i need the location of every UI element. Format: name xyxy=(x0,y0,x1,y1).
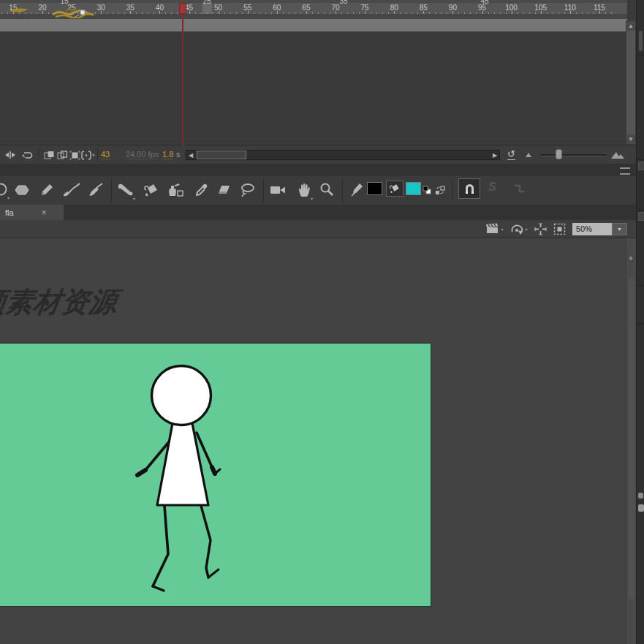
close-icon[interactable]: × xyxy=(42,208,47,217)
camera-tool[interactable] xyxy=(268,179,289,201)
dock-panel-stub[interactable] xyxy=(638,162,644,170)
stage-viewport[interactable]: 频素材资源 ▲ xyxy=(0,238,636,644)
zoom-tool[interactable] xyxy=(317,179,337,201)
paint-brush-tool[interactable] xyxy=(61,179,82,201)
scrollbar-thumb[interactable] xyxy=(197,151,246,159)
ruler-frame-label: 40 xyxy=(156,4,164,12)
center-frame-icon xyxy=(4,150,16,160)
fill-color-swatch[interactable] xyxy=(406,182,421,195)
clapperboard-icon xyxy=(485,223,500,235)
pencil-tool[interactable] xyxy=(37,179,57,201)
polystar-tool[interactable] xyxy=(12,179,32,201)
ruler-frame-label: 65 xyxy=(302,4,310,12)
timeline-vertical-scrollbar[interactable]: ▲ ▼ xyxy=(626,20,636,145)
snap-to-objects-toggle[interactable] xyxy=(458,178,480,199)
modify-markers-button[interactable] xyxy=(80,148,96,162)
magnifier-icon xyxy=(319,182,335,198)
onion-skin-outlines-button[interactable] xyxy=(56,148,69,162)
swap-colors-button[interactable] xyxy=(433,179,447,201)
brush-tool[interactable] xyxy=(86,179,106,201)
statusbar-separator xyxy=(97,148,98,161)
eraser-tool[interactable] xyxy=(214,179,235,201)
paint-bucket-tool[interactable] xyxy=(141,179,162,201)
dock-panel-stub[interactable] xyxy=(638,212,644,221)
marker-flag-icon xyxy=(80,10,85,15)
dropdown-arrow-icon: ▾ xyxy=(525,227,527,232)
dock-separator xyxy=(637,285,644,286)
stage-edit-bar: ▾ ▾ 50% ▼ xyxy=(0,220,636,238)
elapsed-time-value[interactable]: 1.8 xyxy=(162,150,173,159)
dropdown-arrow-icon: ▾ xyxy=(501,227,503,232)
bone-tool[interactable]: ▾ xyxy=(115,179,136,201)
rotate-view-icon xyxy=(510,223,524,235)
dropdown-arrow-icon: ▾ xyxy=(133,196,135,201)
panel-divider[interactable] xyxy=(0,164,636,175)
scroll-down-icon[interactable]: ▼ xyxy=(626,135,635,144)
timeline-zoom-slider-thumb[interactable] xyxy=(556,149,562,159)
edit-multiple-frames-button[interactable] xyxy=(68,148,81,162)
scroll-up-icon[interactable]: ▲ xyxy=(628,254,634,261)
toolbar-separator xyxy=(342,178,343,202)
timeline-zoom-out-button[interactable] xyxy=(522,148,535,162)
dock-scroll-nub[interactable] xyxy=(639,31,643,51)
dock-separator xyxy=(637,210,644,211)
ruler-frame-label: 50 xyxy=(214,4,222,12)
resize-grip-icon[interactable] xyxy=(620,167,630,175)
current-frame-value[interactable]: 43 xyxy=(101,150,110,159)
eyedropper-tool[interactable] xyxy=(192,179,212,201)
camera-view-button[interactable]: ▾ xyxy=(485,222,504,235)
document-tab-bar: fla × xyxy=(0,205,636,220)
toolbar-separator xyxy=(111,178,112,202)
ruler-frame-label: 80 xyxy=(390,4,398,12)
center-stage-button[interactable] xyxy=(533,222,548,235)
scroll-up-icon[interactable]: ▲ xyxy=(626,21,635,31)
scroll-left-icon[interactable]: ◀ xyxy=(186,151,195,159)
scroll-right-icon[interactable]: ▶ xyxy=(490,151,499,159)
default-colors-button[interactable] xyxy=(421,179,433,201)
onion-skin-button[interactable] xyxy=(42,148,56,162)
viewport-vertical-scrollbar[interactable]: ▲ xyxy=(626,238,636,644)
timeline-horizontal-scrollbar[interactable]: ◀ ▶ xyxy=(186,150,500,160)
center-frame-button[interactable] xyxy=(4,148,17,162)
smooth-option-disabled: S xyxy=(488,181,496,194)
center-stage-icon xyxy=(534,223,547,235)
stage-title-text[interactable]: 频素材资源 xyxy=(0,284,139,321)
right-panel-dock[interactable] xyxy=(636,0,644,644)
stroke-color-swatch[interactable] xyxy=(367,182,382,195)
timeline-zoom-in-button[interactable] xyxy=(610,148,626,162)
chevron-down-icon: ▼ xyxy=(617,227,622,232)
timeline-zoom-slider[interactable] xyxy=(541,154,607,156)
loop-playback-button[interactable] xyxy=(20,148,33,162)
ruler-frame-label: 110 xyxy=(564,4,576,12)
stage-zoom-input[interactable]: 50% xyxy=(572,223,612,235)
fill-color-control[interactable] xyxy=(386,181,404,197)
ink-bottle-tool[interactable] xyxy=(165,179,186,201)
dock-panel-icon[interactable] xyxy=(638,504,644,512)
stage-zoom-dropdown-button[interactable]: ▼ xyxy=(612,223,627,235)
reset-timeline-zoom-button[interactable]: ↺ xyxy=(507,148,515,160)
stroke-color-control[interactable] xyxy=(346,179,367,201)
clip-content-button[interactable] xyxy=(552,222,567,235)
hand-tool[interactable]: ▾ xyxy=(295,179,315,201)
dock-separator xyxy=(637,55,644,56)
black-white-icon xyxy=(423,186,431,194)
ruler-top-partial-label: 45 xyxy=(480,0,488,5)
dropdown-arrow-icon: ▾ xyxy=(311,196,313,201)
stage-canvas[interactable] xyxy=(0,343,431,607)
large-mountain-icon xyxy=(610,151,625,159)
timeline-layer-row[interactable] xyxy=(0,19,627,31)
document-tab[interactable]: fla × xyxy=(0,205,64,220)
playhead-line xyxy=(182,14,183,145)
dock-panel-icon[interactable] xyxy=(638,493,643,499)
frame-rate-value[interactable]: 24.00 fps xyxy=(126,150,159,159)
scrollbar-thumb[interactable] xyxy=(628,278,634,599)
timeline-frames-area[interactable] xyxy=(0,31,627,145)
timeline-ruler[interactable]: 1520253035404550556065707580859095100105… xyxy=(0,3,627,14)
timeline-status-bar: 43 24.00 fps 1.8 s ◀ ▶ ↺ xyxy=(0,145,636,164)
rotate-view-button[interactable]: ▾ xyxy=(509,222,529,235)
ruler-frame-label: 70 xyxy=(331,4,339,12)
lasso-tool[interactable] xyxy=(238,179,258,201)
animate-app-window: 1520253035404550556065707580859095100105… xyxy=(0,0,644,644)
playhead[interactable] xyxy=(179,3,186,14)
timeline-doodle xyxy=(7,4,102,18)
